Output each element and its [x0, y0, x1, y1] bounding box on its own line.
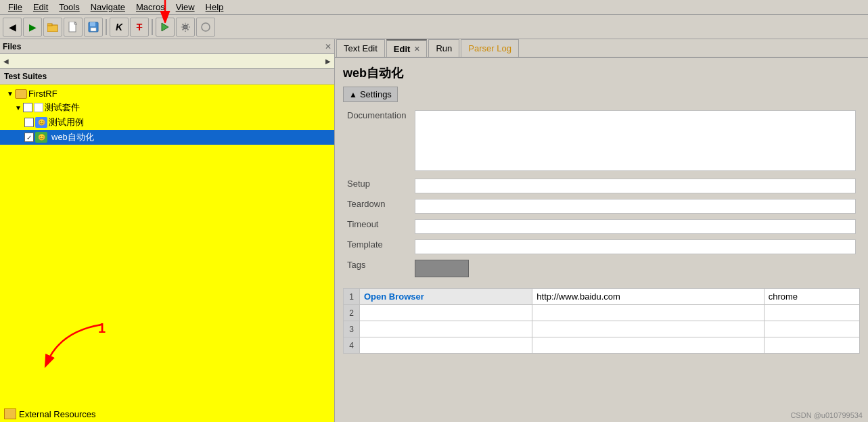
step-arg2-2[interactable]	[764, 305, 859, 321]
timeout-input[interactable]	[415, 219, 856, 234]
tab-text-edit-label: Text Edit	[344, 43, 378, 53]
settings-section: ▲ Settings Documentation Setup	[335, 87, 868, 359]
tree-label-suite: 测试套件	[45, 101, 80, 114]
left-panel: Files ✕ ◀ pyescho ▶ Test Suites ▼ FirstR…	[0, 39, 335, 422]
documentation-textarea[interactable]	[415, 110, 856, 171]
k-button[interactable]: K	[110, 18, 129, 37]
tree-toggle-suite[interactable]: ▼	[14, 104, 23, 112]
step-arg2-3[interactable]	[764, 321, 859, 337]
step-keyword-4[interactable]	[360, 337, 532, 354]
tree-label-webauto: web自动化	[49, 131, 97, 143]
external-resources-item[interactable]: External Resources	[0, 406, 334, 422]
checkbox-suite[interactable]	[23, 103, 32, 112]
toolbar: ◀ ▶ K T 2	[0, 15, 868, 39]
svg-rect-5	[90, 22, 95, 26]
step-row-4: 4	[344, 337, 860, 354]
menu-file[interactable]: File	[3, 1, 28, 14]
tab-run[interactable]: Run	[428, 39, 459, 57]
file-icon-suite	[34, 103, 43, 112]
tree-item-firstrf[interactable]: ▼ FirstRF	[0, 87, 334, 100]
step-num-3: 3	[344, 321, 360, 337]
svg-marker-7	[162, 23, 168, 31]
step-arg1-1[interactable]: http://www.baidu.com	[532, 289, 764, 305]
path-back-arrow[interactable]: ◀	[1, 57, 11, 65]
stop-button[interactable]	[196, 18, 215, 37]
tree-item-testcase[interactable]: 😊 测试用例	[0, 115, 334, 130]
timeout-label: Timeout	[343, 216, 411, 237]
menu-edit[interactable]: Edit	[28, 1, 53, 14]
step-keyword-3[interactable]	[360, 321, 532, 337]
tree-item-suite[interactable]: ▼ 测试套件	[0, 100, 334, 115]
path-forward-arrow[interactable]: ▶	[323, 57, 333, 65]
back-button[interactable]: ◀	[3, 18, 22, 37]
run-button[interactable]	[156, 18, 175, 37]
template-cell	[411, 237, 860, 257]
step-arg1-3[interactable]	[532, 321, 764, 337]
tree-toggle-firstrf[interactable]: ▼	[5, 90, 15, 97]
menu-tools[interactable]: Tools	[53, 1, 85, 14]
settings-toggle-button[interactable]: ▲ Settings	[343, 87, 398, 102]
tab-text-edit[interactable]: Text Edit	[336, 39, 385, 57]
ext-folder-icon	[4, 408, 16, 419]
template-input[interactable]	[415, 239, 856, 254]
tab-edit-close[interactable]: ✕	[414, 45, 419, 53]
files-path-bar: ◀ pyescho ▶	[0, 54, 334, 69]
teardown-label: Teardown	[343, 196, 411, 216]
tab-run-label: Run	[436, 43, 452, 53]
teardown-cell	[411, 196, 860, 216]
menu-view[interactable]: View	[170, 1, 200, 14]
menu-macros[interactable]: Macros	[131, 1, 170, 14]
tab-edit[interactable]: Edit ✕	[386, 39, 428, 57]
settings-gear-button[interactable]	[176, 18, 195, 37]
save-button[interactable]	[84, 18, 103, 37]
checkbox-webauto[interactable]	[24, 133, 34, 142]
toolbar-separator-1	[106, 19, 107, 35]
documentation-row: Documentation	[343, 108, 860, 176]
setup-row: Setup	[343, 176, 860, 196]
test-suites-label: Test Suites	[0, 69, 334, 85]
step-num-4: 4	[344, 337, 360, 354]
test-icon-webauto: 😊	[35, 132, 47, 143]
tree-item-webauto[interactable]: 😊 web自动化	[0, 130, 334, 145]
tab-bar: Text Edit Edit ✕ Run Parser Log	[335, 39, 868, 58]
path-input[interactable]: pyescho	[11, 55, 323, 68]
teardown-input[interactable]	[415, 199, 856, 214]
tags-cell	[411, 257, 860, 281]
step-arg2-1[interactable]: chrome	[764, 289, 859, 305]
tree-container[interactable]: ▼ FirstRF ▼ 测试套件 😊 测试用例	[0, 85, 334, 406]
step-arg2-4[interactable]	[764, 337, 859, 354]
checkbox-testcase[interactable]	[24, 118, 34, 127]
step-keyword-1[interactable]: Open Browser	[360, 289, 532, 305]
tab-edit-label: Edit	[394, 44, 411, 54]
settings-form: Documentation Setup Teardown	[343, 108, 860, 281]
page-title: web自动化	[335, 58, 868, 87]
step-arg1-4[interactable]	[532, 337, 764, 354]
menu-help[interactable]: Help	[200, 1, 229, 14]
forward-button[interactable]: ▶	[23, 18, 42, 37]
toolbar-separator-2	[152, 19, 153, 35]
setup-label: Setup	[343, 176, 411, 196]
tab-parser-log[interactable]: Parser Log	[461, 39, 519, 57]
tree-label-firstrf: FirstRF	[28, 89, 58, 99]
step-row-3: 3	[344, 321, 860, 337]
open-folder-button[interactable]	[43, 18, 62, 37]
t-button[interactable]: T	[130, 18, 149, 37]
documentation-cell	[411, 108, 860, 176]
step-num-2: 2	[344, 305, 360, 321]
setup-input[interactable]	[415, 179, 856, 193]
tags-button[interactable]	[415, 260, 469, 277]
menu-navigate[interactable]: Navigate	[85, 1, 131, 14]
step-row-2: 2	[344, 305, 860, 321]
tags-row: Tags	[343, 257, 860, 281]
step-keyword-2[interactable]	[360, 305, 532, 321]
new-file-button[interactable]	[64, 18, 83, 37]
files-title: Files	[3, 42, 325, 51]
template-row: Template	[343, 237, 860, 257]
settings-chevron-icon: ▲	[349, 90, 357, 99]
step-arg1-2[interactable]	[532, 305, 764, 321]
step-num-1: 1	[344, 289, 360, 305]
main-layout: Files ✕ ◀ pyescho ▶ Test Suites ▼ FirstR…	[0, 39, 868, 422]
files-close-button[interactable]: ✕	[325, 42, 332, 51]
step-row-1: 1 Open Browser http://www.baidu.com chro…	[344, 289, 860, 305]
tab-parser-log-label: Parser Log	[468, 43, 511, 53]
